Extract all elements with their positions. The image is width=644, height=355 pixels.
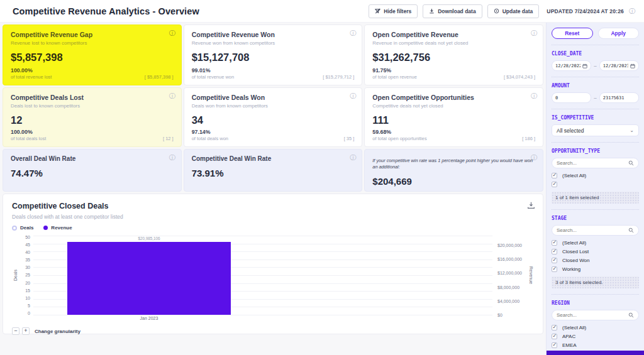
right-axis-ticks: $0$4,000,000$8,000,000$12,000,000$16,000… (492, 236, 528, 315)
filter-option[interactable]: (Select All) (552, 238, 639, 247)
kpi-percent: 100.00% (11, 129, 46, 135)
filter-option[interactable]: Closed Won (552, 256, 639, 265)
chevron-down-icon: ⌄ (630, 128, 634, 133)
granularity-label: Change granularity (35, 329, 80, 334)
chart-download-button[interactable] (527, 200, 535, 212)
content-area: ⓘ Competitive Revenue Gap Revenue lost t… (0, 23, 644, 355)
download-data-button[interactable]: Download data (423, 4, 482, 18)
calendar-icon[interactable] (630, 63, 635, 68)
kpi-percent-caption: of total deals lost (11, 136, 46, 141)
download-data-label: Download data (438, 8, 475, 14)
search-input[interactable] (557, 160, 628, 166)
checkbox-icon[interactable] (552, 334, 557, 339)
info-icon[interactable]: ⓘ (169, 153, 175, 162)
legend-dot-icon (43, 226, 48, 230)
option-label: EMEA (562, 342, 577, 348)
range-separator: – (594, 63, 596, 68)
kpi-percent-block: 59.68% of total open opportunities (372, 129, 426, 141)
info-icon[interactable]: ⓘ (531, 92, 537, 101)
checkbox-icon[interactable] (552, 325, 557, 330)
kpi-card: ⓘ Competitive Deals Lost Deals lost to k… (3, 87, 182, 147)
info-icon[interactable]: ⓘ (531, 153, 537, 162)
legend-item[interactable]: Deals (12, 225, 33, 231)
filter-option[interactable]: APAC (552, 332, 639, 341)
kpi-percent: 91.75% (372, 67, 416, 74)
kpi-percent: 99.01% (192, 67, 235, 74)
filter-option[interactable]: (Select All) (552, 171, 639, 180)
filter-option[interactable]: EMEA (552, 341, 639, 349)
hide-filters-button[interactable]: Hide filters (369, 4, 418, 18)
page-title: Competitive Revenue Analytics - Overview (13, 6, 199, 16)
kpi-footer: 59.68% of total open opportunities [ 186… (372, 129, 535, 141)
info-icon[interactable]: ⓘ (350, 29, 356, 38)
info-icon[interactable]: ⓘ (350, 92, 356, 101)
search-input[interactable] (557, 227, 628, 233)
is-competitive-dropdown[interactable]: All selected ⌄ (552, 124, 639, 136)
header-info-icon[interactable]: ⓘ (629, 7, 635, 16)
checkbox-icon[interactable] (552, 240, 557, 246)
rate-value: 73.91% (192, 168, 355, 178)
filter-option[interactable] (552, 180, 639, 188)
filter-label: AMOUNT (552, 83, 639, 89)
kpi-percent-caption: of total open opportunities (372, 136, 426, 141)
legend-label: Deals (20, 225, 33, 231)
checkbox-icon[interactable] (552, 258, 557, 263)
search-input[interactable] (557, 312, 628, 318)
legend-item[interactable]: Revenue (43, 225, 72, 231)
filter-option[interactable]: Closed Lost (552, 247, 639, 256)
kpi-footer: 99.01% of total revenue won [ $15,279,71… (192, 67, 355, 80)
apply-button[interactable]: Apply (598, 28, 640, 39)
info-icon[interactable]: ⓘ (169, 92, 175, 101)
date-from-field[interactable] (552, 60, 591, 71)
kpi-total-bracket: [ 12 ] (163, 136, 174, 141)
win-rate-note-value: $204,669 (372, 176, 535, 187)
kpi-subtitle: Deals won from known competitors (192, 103, 355, 109)
granularity-decrease-button[interactable]: − (12, 327, 19, 335)
option-label: Closed Won (562, 258, 589, 263)
amount-min-input[interactable] (555, 96, 587, 101)
calendar-icon[interactable] (582, 63, 587, 68)
kpi-card: ⓘ Competitive Revenue Gap Revenue lost t… (3, 25, 182, 85)
sidebar-bottom-bar[interactable] (547, 351, 644, 355)
info-icon[interactable]: ⓘ (531, 29, 537, 38)
kpi-footer: 91.75% of total open revenue [ $34,074,2… (372, 67, 535, 80)
left-axis-ticks: 50454035302520151050 (18, 236, 33, 315)
filter-is-competitive: IS_COMPETITIVE All selected ⌄ (552, 115, 639, 143)
filter-stage: STAGE (Select All) Closed Lost (552, 216, 639, 295)
checkbox-icon[interactable] (552, 173, 557, 178)
kpi-value: 12 (11, 114, 174, 126)
kpi-title: Competitive Deals Won (192, 94, 355, 101)
amount-min-field[interactable] (552, 92, 591, 103)
checkbox-icon[interactable] (552, 249, 557, 254)
info-icon[interactable]: ⓘ (169, 29, 175, 38)
kpi-footer: 100.00% of total deals lost [ 12 ] (11, 129, 174, 141)
kpi-value: $31,262,756 (372, 52, 535, 63)
granularity-increase-button[interactable]: + (22, 327, 30, 335)
kpi-title: Competitive Revenue Won (192, 31, 355, 38)
right-axis-title: Revenue (528, 236, 534, 315)
region-search[interactable] (552, 310, 639, 320)
option-label: (Select All) (562, 173, 586, 178)
revenue-bar[interactable]: $20,985,106 (67, 242, 231, 315)
search-icon (628, 227, 634, 233)
filter-label: CLOSE_DATE (552, 51, 639, 57)
kpi-percent: 97.14% (192, 129, 228, 135)
filter-option[interactable]: Working (552, 265, 639, 273)
opportunity-type-search[interactable] (552, 158, 639, 168)
stage-search[interactable] (552, 225, 639, 236)
update-data-button[interactable]: Update data (487, 4, 540, 18)
checkbox-icon[interactable] (552, 182, 557, 187)
amount-max-field[interactable] (599, 92, 639, 103)
date-from-input[interactable] (555, 63, 580, 68)
filter-option[interactable]: (Select All) (552, 323, 639, 332)
date-to-field[interactable] (599, 60, 639, 71)
download-icon (429, 8, 435, 14)
checkbox-icon[interactable] (552, 266, 557, 272)
kpi-value: $15,127,708 (192, 52, 355, 63)
checkbox-icon[interactable] (552, 342, 557, 348)
x-axis-right-spacer (492, 316, 534, 323)
info-icon[interactable]: ⓘ (350, 153, 356, 162)
reset-button[interactable]: Reset (552, 28, 593, 39)
amount-max-input[interactable] (603, 96, 635, 101)
date-to-input[interactable] (603, 63, 628, 68)
